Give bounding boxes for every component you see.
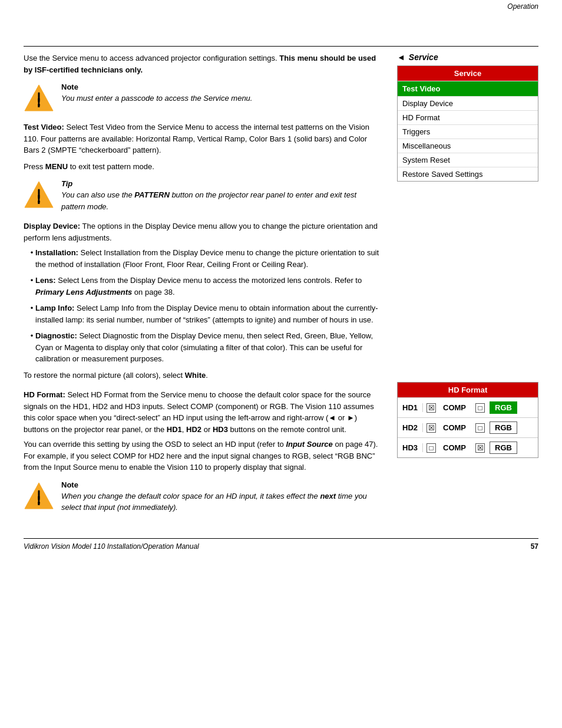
left-column: Use the Service menu to access advanced … xyxy=(24,52,385,521)
hd3-bold: HD3 xyxy=(213,425,228,434)
test-video-rest: Select Test Video from the Service Menu … xyxy=(24,123,369,154)
restore-normal-pre: To restore the normal picture (all color… xyxy=(24,371,185,380)
menu-item-miscellaneous[interactable]: Miscellaneous xyxy=(398,139,538,153)
note2-box: ! Note When you change the default color… xyxy=(24,480,379,513)
restore-white: White xyxy=(185,371,206,380)
note2-bold: next xyxy=(320,492,336,500)
hd3-rgb-check[interactable]: ☒ xyxy=(475,443,485,453)
bullet-installation-label: Installation: xyxy=(35,248,78,257)
hd-format-heading: HD Format: Select HD Format from the Ser… xyxy=(24,389,379,435)
intro-paragraph: Use the Service menu to access advanced … xyxy=(24,52,379,75)
hd-format-rest2: buttons on the remote control unit. xyxy=(228,425,346,434)
hd3-comp-label: COMP xyxy=(443,443,466,452)
menu-item-restoresaved[interactable]: Restore Saved Settings xyxy=(398,167,538,181)
note2-icon: ! xyxy=(24,480,54,511)
note1-label: Note xyxy=(61,83,252,91)
right-column: ◄ Service Service Test Video Display Dev… xyxy=(397,52,538,521)
tip-icon: ! xyxy=(24,179,54,210)
hd3-comp-check[interactable]: □ xyxy=(427,443,436,453)
bullet-lamp-label: Lamp Info: xyxy=(35,304,74,312)
hd2-bold: HD2 xyxy=(186,425,201,434)
note1-content: Note You must enter a passcode to access… xyxy=(61,83,252,104)
hd-format-table-title: HD Format xyxy=(398,383,538,397)
lens-link: Primary Lens Adjustments xyxy=(35,288,132,297)
bullet-lamp-text: Select Lamp Info from the Display Device… xyxy=(35,304,378,324)
para2-bold: Input Source xyxy=(286,440,332,449)
hd1-label: HD1 xyxy=(402,403,423,412)
hd2-label: HD2 xyxy=(402,423,423,432)
hd3-row: HD3 □ COMP ☒ RGB xyxy=(398,437,538,457)
list-item: Diagnostic: Select Diagnostic from the D… xyxy=(35,330,379,365)
service-header: ◄ Service xyxy=(397,52,538,62)
hd3-label: HD3 xyxy=(402,443,423,452)
bullet-diag-text: Select Diagnostic from the Display Devic… xyxy=(35,331,373,363)
note-icon: ! xyxy=(24,83,54,113)
hd2-rgb-check[interactable]: □ xyxy=(475,423,485,433)
display-device-list: Installation: Select Installation from t… xyxy=(35,247,379,365)
bullet-lens-label: Lens: xyxy=(35,276,56,285)
back-arrow-icon: ◄ xyxy=(397,52,405,62)
bullet-installation-text: Select Installation from the Display Dev… xyxy=(35,248,379,269)
svg-point-9 xyxy=(38,200,40,203)
hd-format-para2: You can override this setting by using t… xyxy=(24,439,379,473)
operation-label: Operation xyxy=(0,0,562,11)
right-spacer xyxy=(397,182,538,370)
hd2-comp-label: COMP xyxy=(443,423,466,432)
restore-normal-text: To restore the normal picture (all color… xyxy=(24,370,379,381)
note1-box: ! Note You must enter a passcode to acce… xyxy=(24,83,379,113)
restore-end: . xyxy=(206,371,208,380)
lens-page: on page 38. xyxy=(132,288,174,297)
menu-item-displaydevice[interactable]: Display Device xyxy=(398,97,538,111)
hd2-row: HD2 ☒ COMP □ RGB xyxy=(398,417,538,437)
list-item: Lens: Select Lens from the Display Devic… xyxy=(35,275,379,298)
tip-text1: You can also use the xyxy=(61,190,134,199)
list-item: Lamp Info: Select Lamp Info from the Dis… xyxy=(35,302,379,325)
hd1-comp-label: COMP xyxy=(443,403,466,412)
footer: Vidikron Vision Model 110 Installation/O… xyxy=(0,539,562,554)
note2-content: Note When you change the default color s… xyxy=(61,480,379,513)
service-menu: Service Test Video Display Device HD For… xyxy=(397,65,538,182)
press-menu-bold: MENU xyxy=(45,162,68,171)
bullet-diag-label: Diagnostic: xyxy=(35,331,77,340)
tip-box: ! Tip You can also use the PATTERN butto… xyxy=(24,179,379,212)
test-video-bold: Test Video: xyxy=(24,123,64,131)
list-item: Installation: Select Installation from t… xyxy=(35,247,379,270)
hd2-comp-check[interactable]: ☒ xyxy=(427,423,436,433)
note1-text: You must enter a passcode to access the … xyxy=(61,93,252,104)
hd2-rgb-btn[interactable]: RGB xyxy=(490,421,517,434)
intro-text1: Use the Service menu to access advanced … xyxy=(24,54,279,62)
menu-item-testvideo[interactable]: Test Video xyxy=(398,81,538,97)
hd1-rgb-btn[interactable]: RGB xyxy=(490,401,517,414)
tip-bold: PATTERN xyxy=(134,190,169,199)
display-device-bold: Display Device: xyxy=(24,222,80,230)
svg-point-4 xyxy=(38,104,40,106)
hd1-comp-check[interactable]: ☒ xyxy=(427,403,436,413)
hd-format-bold: HD Format: xyxy=(24,390,65,399)
tip-text: You can also use the PATTERN button on t… xyxy=(61,189,379,212)
press-menu-rest: to exit test pattern mode. xyxy=(68,162,154,171)
menu-item-service[interactable]: Service xyxy=(398,66,538,81)
note2-text1: When you change the default color space … xyxy=(61,492,320,500)
svg-point-14 xyxy=(38,502,40,504)
hd1-bold: HD1 xyxy=(167,425,182,434)
test-video-heading: Test Video: Select Test Video from the S… xyxy=(24,121,379,156)
display-device-heading: Display Device: The options in the Displ… xyxy=(24,220,379,243)
press-menu-text: Press MENU to exit test pattern mode. xyxy=(24,161,379,173)
service-title: Service xyxy=(409,52,438,62)
note2-label: Note xyxy=(61,480,379,489)
tip-label: Tip xyxy=(61,179,379,188)
menu-item-systemreset[interactable]: System Reset xyxy=(398,153,538,167)
hd1-rgb-check[interactable]: □ xyxy=(475,403,485,413)
hd1-row: HD1 ☒ COMP □ RGB xyxy=(398,397,538,417)
hd3-rgb-btn[interactable]: RGB xyxy=(490,442,517,454)
footer-page: 57 xyxy=(531,542,538,551)
content-area: Use the Service menu to access advanced … xyxy=(0,47,562,521)
press-menu-label: Press xyxy=(24,162,45,171)
menu-item-triggers[interactable]: Triggers xyxy=(398,125,538,139)
para2-pre: You can override this setting by using t… xyxy=(24,440,286,449)
bullet-lens-text: Select Lens from the Display Device menu… xyxy=(56,276,362,285)
menu-item-hdformat[interactable]: HD Format xyxy=(398,111,538,125)
note2-text: When you change the default color space … xyxy=(61,490,379,513)
tip-content: Tip You can also use the PATTERN button … xyxy=(61,179,379,212)
hd-format-table: HD Format HD1 ☒ COMP □ RGB HD2 ☒ COMP □ … xyxy=(397,382,538,458)
